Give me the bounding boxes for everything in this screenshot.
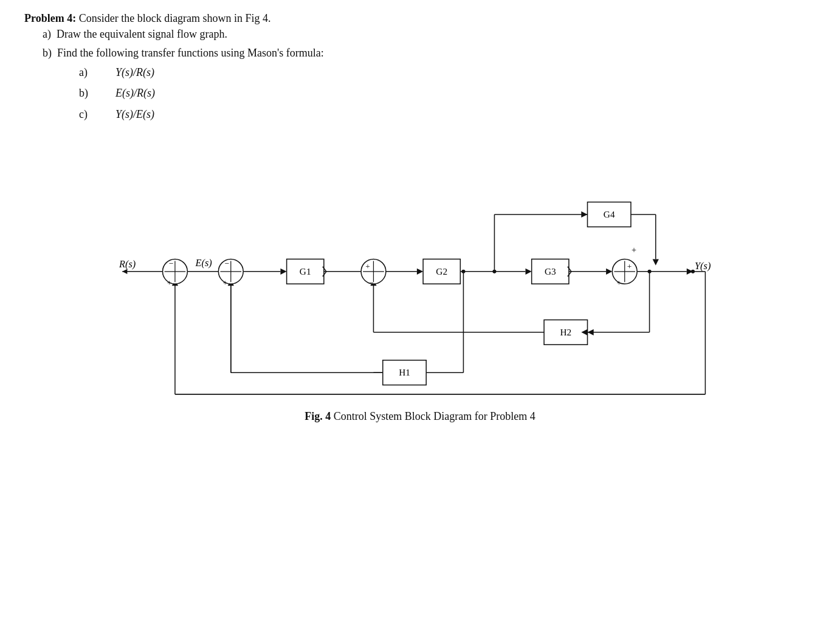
sum2-plus-left: + [223,278,227,287]
block-diagram: G4 H2 H1 [116,149,724,404]
svg-marker-5 [280,268,286,274]
sum2-minus-bottom: − [225,258,229,267]
figure-caption: Fig. 4 Control System Block Diagram for … [24,410,816,423]
items-list: a) Draw the equivalent signal flow graph… [43,25,816,125]
fig-bold: Fig. 4 [305,410,331,422]
r-s-label: R(s) [119,258,136,269]
h2-label: H2 [560,327,571,337]
sum1-plus-left: + [167,278,171,287]
g1-label: G1 [300,266,311,276]
svg-marker-11 [525,268,531,274]
sub-items: a) Y(s)/R(s) b) E(s)/R(s) c) Y(s)/E(s) [79,62,816,125]
sub-item-b: b) E(s)/R(s) [79,83,816,103]
sum1-minus-bottom: − [169,258,173,267]
sub-item-c: c) Y(s)/E(s) [79,104,816,125]
problem-header: Problem 4: Consider the block diagram sh… [24,12,816,25]
y-s-label: Y(s) [695,260,711,272]
e-s-label: E(s) [195,256,212,268]
sum4-top: + [627,262,632,271]
item-b: b) Find the following transfer functions… [43,44,816,63]
sum3-plus-left: + [365,262,370,271]
fig-text: Control System Block Diagram for Problem… [331,410,535,422]
problem-title: Problem 4: Consider the block diagram sh… [24,12,816,25]
g3-label: G3 [545,266,556,276]
sum4-plus-top-label: + [632,245,636,255]
svg-marker-19 [581,211,587,218]
item-a: a) Draw the equivalent signal flow graph… [43,25,816,44]
sum4-plus-right: + [616,278,621,287]
svg-marker-23 [653,259,659,265]
svg-marker-27 [588,329,594,335]
g2-label: G2 [436,266,447,276]
svg-marker-13 [606,268,612,274]
g4-label: G4 [604,209,615,219]
sub-item-a: a) Y(s)/R(s) [79,62,816,83]
h1-label: H1 [399,367,410,377]
sum3-minus-bottom: − [369,278,373,287]
diagram-svg: G4 H2 H1 [116,149,724,404]
svg-marker-9 [417,268,423,274]
svg-marker-63 [122,269,127,274]
